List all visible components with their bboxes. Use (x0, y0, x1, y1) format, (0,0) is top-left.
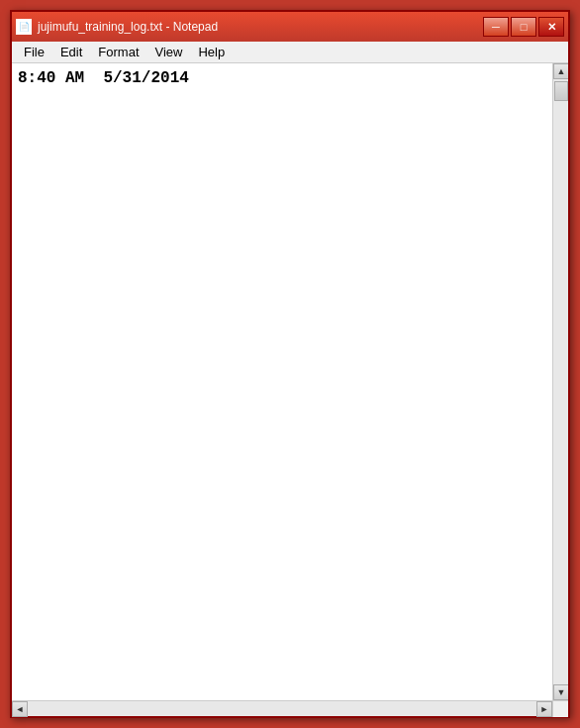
maximize-button[interactable]: □ (511, 17, 536, 37)
scroll-left-button[interactable]: ◄ (12, 701, 28, 717)
text-editor-wrapper (12, 63, 552, 700)
title-bar-left: 📄 jujimufu_training_log.txt - Notepad (16, 19, 218, 35)
scroll-track-h[interactable] (28, 701, 536, 716)
minimize-button[interactable]: ─ (483, 17, 509, 37)
scroll-thumb-v[interactable] (554, 81, 568, 101)
menu-edit[interactable]: Edit (52, 43, 90, 61)
menu-file[interactable]: File (16, 43, 52, 61)
menu-help[interactable]: Help (190, 43, 233, 61)
title-bar: 📄 jujimufu_training_log.txt - Notepad ─ … (12, 12, 568, 42)
vertical-scrollbar: ▲ ▼ (552, 63, 568, 700)
content-area: ▲ ▼ (12, 63, 568, 700)
menu-bar: File Edit Format View Help (12, 42, 568, 63)
scroll-right-button[interactable]: ► (536, 701, 552, 717)
close-button[interactable]: ✕ (538, 17, 564, 37)
scroll-up-button[interactable]: ▲ (553, 63, 568, 79)
text-editor[interactable] (12, 63, 552, 700)
window-controls: ─ □ ✕ (483, 17, 564, 37)
notepad-window: 📄 jujimufu_training_log.txt - Notepad ─ … (10, 10, 570, 718)
app-icon: 📄 (16, 19, 32, 35)
scrollbar-corner (552, 701, 568, 717)
window-title: jujimufu_training_log.txt - Notepad (38, 20, 218, 34)
scroll-down-button[interactable]: ▼ (553, 684, 568, 700)
horizontal-scrollbar: ◄ ► (12, 701, 552, 716)
menu-view[interactable]: View (147, 43, 191, 61)
menu-format[interactable]: Format (90, 43, 146, 61)
scroll-track-v[interactable] (553, 79, 568, 684)
horizontal-scrollbar-wrapper: ◄ ► (12, 700, 568, 716)
